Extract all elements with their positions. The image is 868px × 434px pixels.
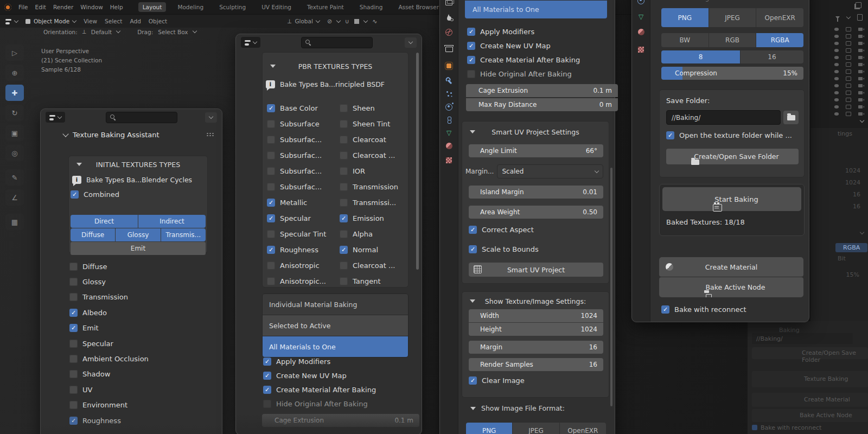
- check-row[interactable]: UV: [69, 382, 211, 397]
- sheen-tint-checkbox[interactable]: [340, 120, 348, 128]
- normal-checkbox[interactable]: [340, 246, 348, 254]
- albedo-checkbox[interactable]: [69, 309, 78, 317]
- roughness-checkbox[interactable]: [69, 417, 78, 425]
- scale-to-bounds-row[interactable]: Scale to Bounds: [469, 245, 539, 253]
- check-row[interactable]: Clearcoat ...: [340, 258, 406, 273]
- transmission-roughness-checkbox[interactable]: [340, 199, 348, 207]
- clear-image-checkbox[interactable]: [469, 376, 477, 385]
- check-row[interactable]: Roughness: [267, 242, 339, 258]
- restrict-toggles-row[interactable]: [834, 76, 863, 81]
- specular-tint-checkbox[interactable]: [267, 230, 275, 238]
- mode-all-materials-selected[interactable]: All Materials to One: [465, 1, 607, 18]
- specular-checkbox[interactable]: [69, 340, 78, 348]
- option-row[interactable]: Apply Modifiers: [467, 24, 605, 39]
- rgba-button[interactable]: RGBA: [756, 33, 803, 47]
- restrict-toggles-row[interactable]: [834, 41, 863, 46]
- menu-view[interactable]: View: [84, 18, 97, 24]
- check-row[interactable]: Emission: [340, 210, 406, 226]
- check-row[interactable]: Normal: [340, 242, 406, 258]
- add-cube-tool-button[interactable]: ▦: [5, 214, 24, 230]
- clear-image-row[interactable]: Clear Image: [469, 376, 525, 385]
- rgb-button[interactable]: RGB: [709, 33, 756, 47]
- check-row[interactable]: Transmission: [69, 290, 211, 305]
- check-row[interactable]: Specular: [267, 210, 339, 226]
- subsurface3-checkbox[interactable]: [267, 151, 275, 159]
- workspace-tab-shading[interactable]: Shading: [355, 2, 387, 12]
- jpeg-button[interactable]: JPEG: [513, 423, 559, 434]
- correct-aspect-row[interactable]: Correct Aspect: [469, 226, 534, 234]
- section-header[interactable]: Smart UV Project Settings: [462, 128, 609, 136]
- shadow-checkbox[interactable]: [69, 370, 78, 378]
- new-collection-icon[interactable]: [857, 14, 863, 21]
- menu-help[interactable]: Help: [110, 4, 123, 10]
- workspace-tab-uv-editing[interactable]: UV Editing: [257, 2, 296, 12]
- menu-edit[interactable]: Edit: [35, 4, 46, 10]
- option-row[interactable]: Create Material After Baking: [467, 53, 605, 67]
- select-tool-button[interactable]: ▷: [5, 44, 24, 61]
- drag-grip-icon[interactable]: [206, 132, 214, 137]
- angle-limit-slider[interactable]: Angle Limit66°: [469, 144, 603, 157]
- editor-type-button[interactable]: [241, 37, 260, 48]
- magnet-snap-icon[interactable]: ∪: [345, 18, 349, 25]
- create-new-uv-checkbox[interactable]: [467, 42, 475, 50]
- restrict-toggles-row[interactable]: [834, 48, 863, 53]
- tab-texture-icon[interactable]: [632, 43, 650, 56]
- clearcoat-checkbox[interactable]: [340, 136, 348, 144]
- ior-checkbox[interactable]: [340, 167, 348, 175]
- openexr-button[interactable]: OpenEXR: [560, 423, 606, 434]
- transmission-checkbox[interactable]: [69, 293, 78, 301]
- bw-button[interactable]: BW: [661, 33, 709, 47]
- anisotropic-checkbox[interactable]: [267, 261, 275, 270]
- combined-checkbox-row[interactable]: Combined: [71, 190, 207, 199]
- check-row[interactable]: Specular Tint: [267, 226, 339, 242]
- hide-original-checkbox[interactable]: [263, 400, 271, 408]
- check-row[interactable]: Shadow: [69, 367, 211, 382]
- cage-extrusion-slider[interactable]: Cage Extrusion0.1 m: [466, 84, 618, 97]
- bake-active-node-button[interactable]: Bake Active Node: [659, 277, 803, 297]
- subsurface2-checkbox[interactable]: [267, 136, 275, 144]
- transform-tool-button[interactable]: ◎: [5, 145, 24, 161]
- option-row[interactable]: Create New UV Map: [467, 39, 605, 53]
- panel-options-button[interactable]: [405, 37, 417, 48]
- restrict-toggles-row[interactable]: [834, 62, 863, 67]
- tab-object-icon[interactable]: [440, 59, 458, 72]
- create-material-button[interactable]: Create Material: [659, 257, 803, 277]
- environment-checkbox[interactable]: [69, 401, 78, 409]
- tab-material-icon[interactable]: [632, 25, 650, 39]
- restrict-toggles-row[interactable]: [834, 55, 863, 60]
- transmission-button[interactable]: Transmis...: [161, 228, 206, 241]
- check-row[interactable]: Subsurfac...: [267, 132, 339, 148]
- workspace-tab-layout[interactable]: Layout: [138, 2, 167, 12]
- orientation-dropdown[interactable]: Default: [91, 29, 112, 35]
- start-baking-button[interactable]: Start Baking: [662, 187, 801, 211]
- island-margin-slider[interactable]: Island Margin0.01: [469, 186, 603, 199]
- create-new-uv-checkbox[interactable]: [263, 372, 271, 380]
- correct-aspect-checkbox[interactable]: [469, 226, 477, 234]
- emit-button[interactable]: Emit: [71, 242, 206, 255]
- check-row[interactable]: Base Color: [267, 100, 339, 116]
- area-weight-slider[interactable]: Area Weight0.50: [469, 206, 603, 219]
- tangent-checkbox[interactable]: [340, 277, 348, 285]
- jpeg-button[interactable]: JPEG: [709, 8, 756, 27]
- check-row[interactable]: Environment: [69, 398, 211, 413]
- restrict-toggles-row[interactable]: [834, 98, 863, 102]
- check-row[interactable]: Sheen Tint: [340, 116, 406, 132]
- chevron-down-icon[interactable]: [860, 118, 864, 123]
- menu-add[interactable]: Add: [130, 18, 141, 24]
- annotate-tool-button[interactable]: ✎: [5, 169, 24, 186]
- tab-texture-icon[interactable]: [440, 154, 458, 167]
- proportional-falloff-icon[interactable]: ∿: [372, 18, 377, 25]
- direct-button[interactable]: Direct: [71, 215, 138, 228]
- copy-icon[interactable]: [856, 2, 861, 8]
- combined-checkbox[interactable]: [71, 190, 79, 199]
- restrict-toggles-row[interactable]: [834, 84, 863, 88]
- tab-material-icon[interactable]: [440, 139, 458, 152]
- file-format-header[interactable]: Show Image File Format:: [470, 404, 565, 412]
- check-row[interactable]: Clearcoat ...: [340, 148, 406, 163]
- openexr-button[interactable]: OpenEXR: [756, 8, 803, 27]
- scrollbar[interactable]: [610, 168, 612, 406]
- mode-selected-to-active[interactable]: Selected to Active: [263, 315, 408, 336]
- emission-checkbox[interactable]: [340, 214, 348, 222]
- menu-window[interactable]: Window: [80, 4, 103, 10]
- restrict-toggles-row[interactable]: [834, 112, 863, 116]
